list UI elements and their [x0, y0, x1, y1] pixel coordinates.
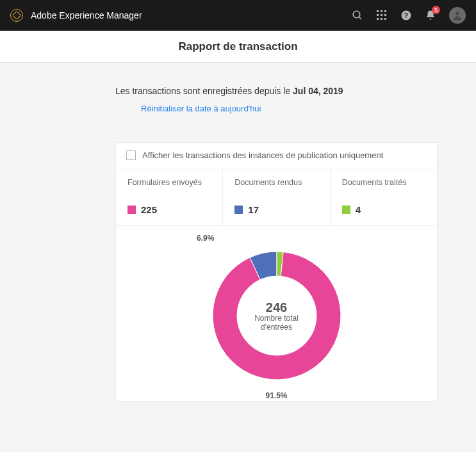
- svg-rect-5: [377, 14, 379, 16]
- intro-prefix: Les transactions sont enregistrées depui…: [115, 86, 293, 96]
- stat-forms-title: Formulaires envoyés: [127, 177, 212, 198]
- pct-label-forms: 91.5%: [265, 391, 287, 400]
- reset-date-link[interactable]: Réinitialiser la date à aujourd'hui: [141, 104, 261, 113]
- svg-rect-3: [381, 10, 382, 12]
- stat-rendered: Documents rendus 17: [223, 168, 330, 225]
- search-icon[interactable]: [352, 10, 363, 21]
- svg-text:?: ?: [404, 12, 408, 19]
- adobe-logo-icon: [10, 9, 23, 22]
- stats-row: Formulaires envoyés 225 Documents rendus…: [116, 168, 437, 226]
- svg-rect-8: [377, 18, 379, 20]
- legend-swatch-processed: [342, 206, 350, 214]
- notifications-icon[interactable]: 5: [425, 10, 436, 21]
- donut-chart: 246 Nombre total d'entrées: [206, 245, 347, 386]
- donut-total-value: 246: [242, 300, 312, 315]
- top-navbar: Adobe Experience Manager ? 5: [0, 0, 476, 31]
- publish-only-checkbox[interactable]: [126, 150, 136, 160]
- intro-date: Jul 04, 2019: [293, 86, 343, 96]
- svg-line-1: [359, 17, 361, 19]
- filter-row: Afficher les transactions des instances …: [116, 143, 437, 168]
- stat-rendered-title: Documents rendus: [234, 177, 319, 198]
- svg-point-13: [455, 12, 459, 15]
- svg-rect-2: [377, 10, 379, 12]
- page-title-bar: Rapport de transaction: [0, 31, 476, 63]
- brand-title: Adobe Experience Manager: [31, 10, 142, 20]
- donut-total-label: Nombre total d'entrées: [242, 314, 312, 332]
- svg-rect-10: [384, 18, 386, 20]
- filter-label: Afficher les transactions des instances …: [142, 150, 383, 160]
- legend-swatch-rendered: [234, 206, 243, 214]
- chart-area: 6.9% 246 Nombre total d'entrées 91.5%: [116, 226, 437, 401]
- pct-label-rendered: 6.9%: [197, 234, 214, 243]
- notification-badge: 5: [432, 6, 440, 14]
- stat-processed-title: Documents traités: [342, 177, 427, 198]
- stat-processed: Documents traités 4: [331, 168, 437, 225]
- svg-point-0: [353, 11, 360, 18]
- stat-forms: Formulaires envoyés 225: [116, 168, 223, 225]
- apps-grid-icon[interactable]: [376, 10, 388, 21]
- svg-rect-7: [384, 14, 386, 16]
- stat-rendered-value: 17: [248, 204, 259, 215]
- report-card: Afficher les transactions des instances …: [115, 142, 438, 402]
- svg-rect-4: [384, 10, 386, 12]
- page-title: Rapport de transaction: [178, 40, 297, 53]
- stat-forms-value: 225: [141, 204, 157, 215]
- legend-swatch-forms: [127, 206, 136, 214]
- stat-processed-value: 4: [356, 204, 361, 215]
- user-avatar[interactable]: [449, 7, 466, 24]
- svg-rect-9: [381, 18, 382, 20]
- svg-rect-6: [381, 14, 382, 16]
- intro-text: Les transactions sont enregistrées depui…: [115, 86, 438, 96]
- help-icon[interactable]: ?: [400, 10, 412, 21]
